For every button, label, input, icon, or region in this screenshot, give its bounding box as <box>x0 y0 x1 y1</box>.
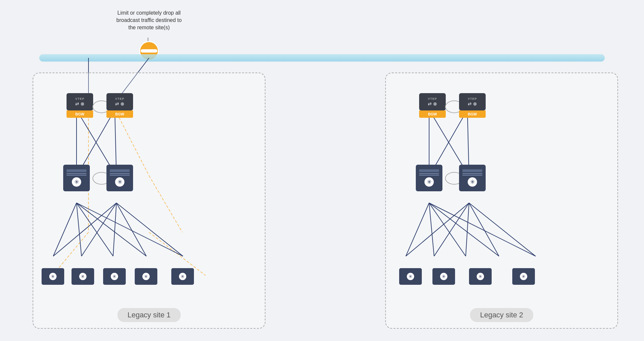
svg-line-29 <box>429 203 434 256</box>
site1-spine2: ✳ <box>106 165 133 191</box>
site2-leaf3-icon: ✳ <box>478 274 482 279</box>
site2-spine1-snowflake: ✳ <box>427 178 432 186</box>
svg-line-18 <box>77 203 183 256</box>
svg-line-15 <box>77 203 81 256</box>
site2-bgw1: VTEP ⇄ ⊗ BGW <box>419 93 446 121</box>
leaf2-icon: ✳ <box>81 274 85 279</box>
spine2-snowflake: ✳ <box>117 178 122 186</box>
site1-bgw2: VTEP ⇄ ⊗ BGW <box>106 93 133 121</box>
svg-line-34 <box>434 203 469 256</box>
site1-bgw1: VTEP ⇄ ⊗ BGW <box>67 93 93 121</box>
svg-line-31 <box>429 203 499 256</box>
leaf1-icon: ✳ <box>51 274 55 279</box>
site2-leaf1-icon: ✳ <box>408 274 412 279</box>
site2-arrows-icon-2: ⇄ <box>468 101 472 106</box>
arrows-icon-2: ⇄ <box>115 101 119 106</box>
svg-line-35 <box>466 203 469 256</box>
site1-leaf3: ✳ <box>103 268 126 285</box>
site2-leaf2: ✳ <box>432 268 455 285</box>
svg-line-37 <box>469 203 536 256</box>
site-1-container: VTEP ⇄ ⊗ BGW VTEP ⇄ ⊗ BGW <box>33 73 265 329</box>
svg-line-14 <box>53 203 77 256</box>
site1-leaf2: ✳ <box>72 268 94 285</box>
site2-bgw2: VTEP ⇄ ⊗ BGW <box>459 93 486 121</box>
svg-line-30 <box>429 203 466 256</box>
x-circle-icon-2: ⊗ <box>120 101 124 106</box>
leaf4-icon: ✳ <box>144 274 148 279</box>
svg-line-17 <box>77 203 146 256</box>
svg-line-22 <box>116 203 146 256</box>
spine1-snowflake: ✳ <box>74 178 79 186</box>
site2-arrows-icon: ⇄ <box>428 101 432 106</box>
svg-line-36 <box>469 203 499 256</box>
svg-line-16 <box>77 203 113 256</box>
site-2-container: VTEP ⇄ ⊗ BGW VTEP ⇄ ⊗ BGW <box>385 73 618 329</box>
site2-x-circle-icon-2: ⊗ <box>473 101 477 106</box>
site2-leaf4: ✳ <box>512 268 535 285</box>
site2-leaf4-icon: ✳ <box>522 274 526 279</box>
leaf3-icon: ✳ <box>112 274 116 279</box>
svg-line-28 <box>406 203 429 256</box>
main-container: Limit or completely drop all broadcast t… <box>6 6 638 335</box>
site2-spine1: ✳ <box>416 165 442 191</box>
site1-label: Legacy site 1 <box>117 308 181 322</box>
site1-leaf1: ✳ <box>42 268 64 285</box>
leaf5-icon: ✳ <box>181 274 185 279</box>
svg-line-33 <box>406 203 469 256</box>
svg-line-23 <box>116 203 183 256</box>
site2-x-circle-icon: ⊗ <box>433 101 437 106</box>
svg-line-19 <box>53 203 116 256</box>
site1-leaf4: ✳ <box>135 268 157 285</box>
svg-line-32 <box>429 203 536 256</box>
arrows-icon: ⇄ <box>75 101 79 106</box>
annotation-text: Limit or completely drop all broadcast t… <box>112 9 186 32</box>
site2-leaf2-icon: ✳ <box>442 274 446 279</box>
network-bar <box>39 54 605 62</box>
site2-leaf1: ✳ <box>399 268 422 285</box>
site2-spine2-snowflake: ✳ <box>470 178 475 186</box>
site1-spine1: ✳ <box>63 165 90 191</box>
x-circle-icon: ⊗ <box>80 101 84 106</box>
svg-line-21 <box>113 203 116 256</box>
site2-leaf3: ✳ <box>469 268 492 285</box>
site2-label: Legacy site 2 <box>470 308 533 322</box>
svg-line-20 <box>81 203 116 256</box>
site2-spine2: ✳ <box>459 165 486 191</box>
site1-leaf5: ✳ <box>171 268 194 285</box>
